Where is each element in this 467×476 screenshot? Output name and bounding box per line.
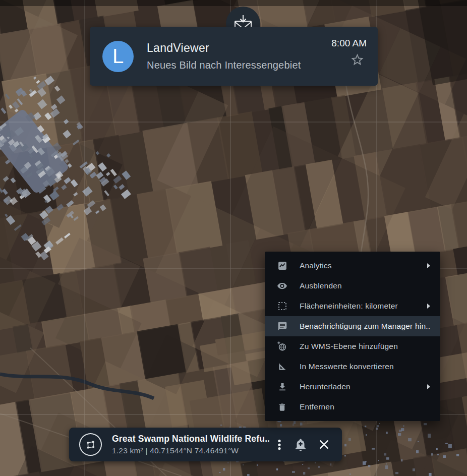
menu-item-analytics[interactable]: Analytics (265, 256, 440, 276)
star-icon[interactable] (350, 52, 365, 67)
analytics-chart-icon (277, 261, 287, 271)
menu-item-label: Flächeneinheiten: kilometer (300, 302, 398, 311)
notification-message: Neues Bild nach Interessengebiet (147, 60, 331, 71)
menu-item-label: Benachrichtigung zum Manager hin... (300, 322, 430, 331)
menu-item-messwerte[interactable]: In Messwerte konvertieren (265, 356, 440, 377)
more-options-button[interactable] (272, 438, 286, 451)
notification-app-name: LandViewer (147, 41, 331, 55)
download-icon (277, 382, 287, 392)
kebab-menu-icon (273, 438, 286, 451)
context-menu: AnalyticsAusblendenFlächeneinheiten: kil… (265, 252, 440, 421)
menu-item-herunterladen[interactable]: Herunterladen (265, 377, 440, 397)
message-icon (277, 321, 287, 332)
menu-item-label: Zu WMS-Ebene hinzufügen (300, 342, 398, 351)
aoi-title: Great Swamp National Wildlife Refu... (112, 434, 269, 444)
dotted-square-icon (277, 301, 287, 312)
menu-item-label: Analytics (300, 261, 332, 270)
menu-item-label: Ausblenden (300, 281, 342, 290)
menu-item-flaecheneinheiten[interactable]: Flächeneinheiten: kilometer (265, 296, 440, 316)
menu-item-wms-ebene[interactable]: Zu WMS-Ebene hinzufügen (265, 336, 440, 356)
screen: L LandViewer Neues Bild nach Interesseng… (0, 0, 467, 476)
submenu-arrow-icon (427, 384, 430, 389)
bell-plus-icon (293, 437, 308, 452)
trash-icon (277, 402, 287, 412)
menu-item-ausblenden[interactable]: Ausblenden (265, 276, 440, 296)
menu-item-benachrichtigung[interactable]: Benachrichtigung zum Manager hin... (265, 316, 440, 336)
menu-item-entfernen[interactable]: Entfernen (265, 397, 440, 417)
eye-icon (277, 281, 287, 291)
menu-item-label: Herunterladen (300, 382, 351, 391)
notification-time: 8:00 AM (331, 38, 367, 49)
add-notification-button[interactable] (290, 437, 311, 452)
menu-item-label: In Messwerte konvertieren (300, 362, 394, 371)
submenu-arrow-icon (427, 263, 430, 268)
submenu-arrow-icon (427, 304, 430, 309)
globe-plus-icon (277, 341, 287, 352)
aoi-bar[interactable]: Great Swamp National Wildlife Refu... 1.… (69, 428, 342, 461)
aoi-details: 1.23 km² | 40.71544°N 74.46491°W (112, 446, 269, 455)
aoi-polygon-icon (79, 433, 102, 456)
close-button[interactable] (315, 438, 333, 451)
close-icon (318, 438, 330, 451)
notification-card[interactable]: L LandViewer Neues Bild nach Interesseng… (90, 27, 378, 86)
avatar: L (102, 41, 134, 72)
menu-item-label: Entfernen (300, 402, 334, 411)
set-square-icon (277, 362, 287, 372)
